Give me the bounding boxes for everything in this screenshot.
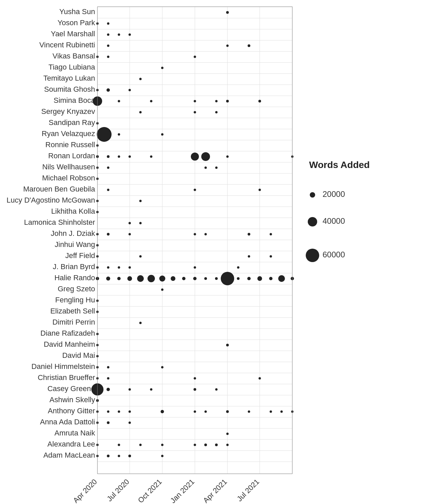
bubble	[226, 11, 229, 14]
bubble	[107, 411, 110, 413]
bubble	[150, 388, 153, 391]
author-label: Anthony Gitter	[48, 407, 95, 415]
bubble	[118, 133, 120, 136]
legend-bubble-40k	[308, 217, 317, 226]
author-label: Yoson Park	[57, 18, 95, 27]
bubble	[137, 275, 144, 282]
bubble	[161, 133, 164, 136]
bubble	[182, 277, 185, 280]
author-label: Ronan Lordan	[48, 152, 95, 160]
author-label: J. Brian Byrd	[53, 262, 95, 271]
bubble	[107, 88, 110, 92]
bubble	[248, 233, 250, 236]
bubble	[129, 89, 131, 91]
legend-label-60k: 60000	[323, 250, 345, 259]
bubble-chart: Yusha Sun Yoson Park Yael Marshall Vince…	[0, 0, 422, 504]
bubble	[107, 45, 110, 47]
bubble	[215, 444, 218, 446]
bubble	[150, 156, 153, 158]
bubble	[226, 344, 229, 346]
bubble	[107, 155, 110, 158]
bubble	[226, 444, 229, 446]
bubble	[247, 277, 251, 280]
bubble	[194, 111, 196, 114]
author-label: Alexandra Lee	[47, 440, 95, 448]
bubble	[107, 455, 110, 457]
bubble	[278, 275, 285, 282]
bubble	[107, 167, 110, 169]
bubble	[107, 189, 110, 191]
bubble	[221, 272, 234, 285]
bubble	[281, 411, 283, 413]
author-label: Halie Rando	[54, 274, 95, 282]
bubble	[107, 34, 110, 36]
bubble	[159, 276, 165, 282]
bubble	[194, 377, 196, 380]
legend-label-20k: 20000	[323, 190, 345, 199]
author-label: David Manheim	[44, 340, 95, 348]
bubble	[118, 455, 120, 457]
bubble	[193, 277, 197, 280]
author-label: Christian Brueffer	[38, 373, 95, 382]
bubble	[107, 233, 110, 236]
bubble	[139, 111, 142, 114]
author-label: Tiago Lubiana	[48, 63, 95, 71]
author-label: Amruta Naik	[54, 429, 95, 437]
bubble	[139, 78, 142, 80]
bubble	[215, 167, 218, 169]
bubble	[270, 255, 272, 258]
bubble	[107, 23, 110, 25]
author-label: Anna Ada Dattoli	[40, 418, 95, 426]
author-label: Jinhui Wang	[55, 240, 95, 249]
bubble	[161, 410, 164, 413]
bubble	[205, 233, 207, 236]
author-label: Temitayo Lukan	[43, 74, 95, 82]
author-label: Jeff Field	[65, 251, 95, 260]
bubble	[118, 266, 120, 269]
author-label: Vincent Rubinetti	[39, 41, 95, 49]
author-label: Fengling Hu	[55, 296, 95, 304]
bubble	[150, 100, 153, 102]
bubble	[194, 56, 196, 58]
bubble	[215, 111, 218, 114]
bubble	[237, 277, 240, 280]
legend-bubble-20k	[310, 192, 315, 198]
bubble	[226, 156, 229, 158]
bubble	[205, 167, 207, 169]
bubble	[194, 100, 196, 102]
bubble	[194, 266, 196, 269]
author-label: Nils Wellhausen	[42, 163, 95, 171]
bubble	[226, 100, 229, 102]
author-label: Ashwin Skelly	[49, 395, 95, 404]
author-label: Dimitri Perrin	[52, 318, 95, 326]
bubble	[129, 233, 131, 236]
bubble	[204, 277, 207, 280]
bubble	[139, 322, 142, 324]
bubble	[171, 276, 175, 281]
bubble	[226, 433, 229, 435]
bubble	[139, 444, 142, 446]
chart-container: Yusha Sun Yoson Park Yael Marshall Vince…	[0, 0, 422, 504]
bubble	[201, 152, 210, 161]
author-label: Daniel Himmelstein	[31, 362, 95, 371]
legend-title: Words Added	[309, 160, 370, 170]
bubble	[129, 34, 131, 36]
bubble	[139, 200, 142, 202]
author-label: Marouen Ben Guebila	[23, 185, 95, 193]
bubble	[118, 100, 120, 102]
bubble	[226, 45, 229, 47]
author-label: Ryan Velazquez	[42, 129, 95, 138]
author-label: Casey Greene	[47, 384, 95, 393]
bubble	[215, 277, 218, 280]
bubble	[258, 100, 261, 102]
bubble	[259, 377, 261, 380]
bubble	[129, 266, 131, 269]
legend-label-40k: 40000	[323, 216, 345, 225]
bubble	[107, 388, 110, 391]
bubble	[237, 266, 240, 269]
bubble	[270, 411, 272, 413]
bubble	[161, 67, 164, 69]
author-label: Simina Boca	[53, 96, 95, 104]
bubble	[270, 233, 272, 236]
bubble	[226, 410, 229, 413]
